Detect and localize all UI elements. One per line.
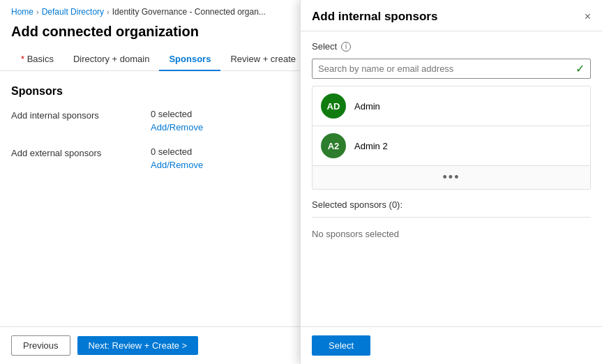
next-button[interactable]: Next: Review + Create > [77, 336, 199, 355]
modal-close-button[interactable]: × [585, 11, 591, 22]
search-box[interactable]: ✓ [312, 59, 591, 79]
modal-footer: Select [301, 326, 602, 364]
no-sponsors-text: No sponsors selected [312, 225, 591, 243]
internal-sponsors-info: 0 selected Add/Remove [151, 109, 203, 132]
tab-review-create[interactable]: Review + create [220, 48, 306, 71]
internal-sponsors-add-remove[interactable]: Add/Remove [151, 122, 203, 132]
breadcrumb-sep-2: › [107, 8, 110, 16]
tab-sponsors[interactable]: Sponsors [159, 48, 220, 71]
info-icon: i [341, 42, 351, 52]
main-page: Home › Default Directory › Identity Gove… [0, 0, 602, 364]
search-check-icon: ✓ [575, 62, 585, 75]
user-list-scroll[interactable]: AD Admin A2 Admin 2 [313, 86, 590, 165]
modal-body: Select i ✓ AD Admin A2 Admin 2 [301, 31, 602, 326]
more-dots-icon: ••• [443, 170, 460, 185]
modal-header: Add internal sponsors × [301, 0, 602, 31]
bottom-bar: Previous Next: Review + Create > [0, 326, 300, 364]
selected-sponsors-label: Selected sponsors (0): [312, 197, 591, 210]
previous-button[interactable]: Previous [11, 335, 70, 356]
breadcrumb-home[interactable]: Home [11, 7, 33, 17]
breadcrumb-sep-1: › [36, 8, 39, 16]
breadcrumb-current: Identity Governance - Connected organ... [112, 7, 266, 17]
avatar-admin: AD [321, 93, 346, 119]
search-input[interactable] [318, 63, 571, 74]
external-sponsors-info: 0 selected Add/Remove [151, 146, 203, 170]
more-indicator: ••• [313, 165, 590, 189]
select-button[interactable]: Select [312, 335, 370, 356]
divider [312, 217, 591, 218]
external-sponsors-label: Add external sponsors [11, 146, 151, 158]
user-item-admin[interactable]: AD Admin [313, 86, 590, 126]
select-label-row: Select i [312, 41, 591, 52]
external-sponsors-count: 0 selected [151, 146, 203, 157]
breadcrumb-directory[interactable]: Default Directory [42, 7, 104, 17]
tab-basics[interactable]: Basics [11, 48, 63, 71]
internal-sponsors-count: 0 selected [151, 109, 203, 119]
user-name-admin: Admin [354, 101, 380, 112]
modal-title: Add internal sponsors [312, 10, 437, 24]
user-list: AD Admin A2 Admin 2 ••• [312, 86, 591, 190]
select-label: Select [312, 41, 337, 52]
add-internal-sponsors-modal: Add internal sponsors × Select i ✓ AD Ad… [300, 0, 602, 364]
user-name-admin2: Admin 2 [354, 141, 388, 151]
avatar-admin2: A2 [321, 133, 346, 158]
tab-directory-domain[interactable]: Directory + domain [63, 48, 159, 71]
user-item-admin2[interactable]: A2 Admin 2 [313, 126, 590, 165]
internal-sponsors-label: Add internal sponsors [11, 109, 151, 121]
external-sponsors-add-remove[interactable]: Add/Remove [151, 160, 203, 170]
